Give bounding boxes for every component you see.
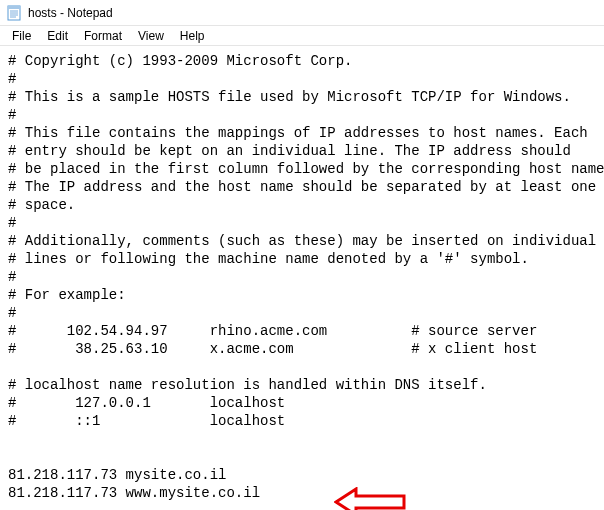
svg-rect-1 [8,6,20,9]
menubar: File Edit Format View Help [0,26,604,46]
annotation-arrow-icon [300,469,380,499]
titlebar: hosts - Notepad [0,0,604,26]
menu-file[interactable]: File [4,27,39,45]
menu-edit[interactable]: Edit [39,27,76,45]
editor-content: # Copyright (c) 1993-2009 Microsoft Corp… [8,53,604,501]
menu-format[interactable]: Format [76,27,130,45]
window-title: hosts - Notepad [28,6,113,20]
menu-help[interactable]: Help [172,27,213,45]
menu-view[interactable]: View [130,27,172,45]
text-editor[interactable]: # Copyright (c) 1993-2009 Microsoft Corp… [0,46,604,510]
notepad-icon [6,5,22,21]
